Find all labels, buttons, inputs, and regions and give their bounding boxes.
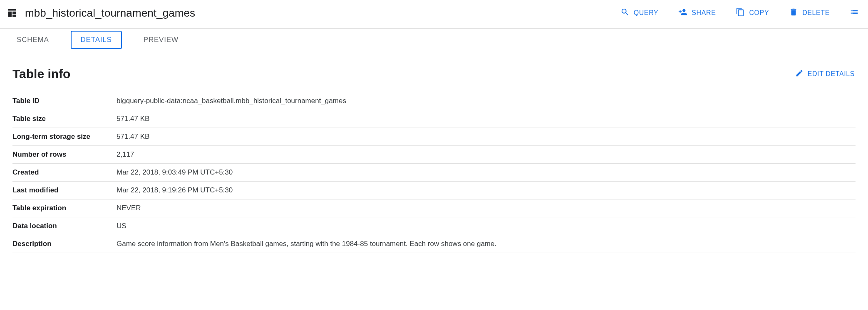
- copy-icon: [736, 7, 745, 18]
- table-row: Last modifiedMar 22, 2018, 9:19:26 PM UT…: [12, 182, 856, 199]
- section-header: Table info EDIT DETAILS: [12, 67, 856, 81]
- info-key: Table size: [12, 110, 117, 128]
- table-icon: [7, 7, 17, 18]
- info-value: 571.47 KB: [117, 110, 856, 128]
- trash-icon: [789, 7, 798, 18]
- info-key: Long-term storage size: [12, 128, 117, 146]
- info-table: Table IDbigquery-public-data:ncaa_basket…: [12, 92, 856, 253]
- tab-details[interactable]: DETAILS: [71, 31, 122, 49]
- more-button[interactable]: [849, 5, 860, 21]
- table-row: Table size571.47 KB: [12, 110, 856, 128]
- info-value: Game score information from Men's Basket…: [117, 235, 856, 253]
- edit-details-label: EDIT DETAILS: [808, 70, 855, 78]
- tab-schema[interactable]: SCHEMA: [10, 30, 56, 50]
- header-left: mbb_historical_tournament_games: [7, 7, 620, 20]
- header-bar: mbb_historical_tournament_games QUERY SH…: [0, 0, 868, 29]
- table-row: DescriptionGame score information from M…: [12, 235, 856, 253]
- person-add-icon: [678, 7, 687, 18]
- copy-button[interactable]: COPY: [735, 5, 770, 21]
- section-title: Table info: [12, 67, 70, 81]
- tab-preview[interactable]: PREVIEW: [137, 30, 185, 50]
- search-icon: [620, 7, 630, 18]
- edit-details-button[interactable]: EDIT DETAILS: [794, 67, 856, 81]
- query-label: QUERY: [634, 9, 659, 17]
- info-value: US: [117, 217, 856, 235]
- delete-label: DELETE: [802, 9, 830, 17]
- table-row: Table IDbigquery-public-data:ncaa_basket…: [12, 92, 856, 110]
- info-key: Created: [12, 164, 117, 182]
- table-title: mbb_historical_tournament_games: [25, 7, 195, 20]
- table-row: Data locationUS: [12, 217, 856, 235]
- share-button[interactable]: SHARE: [677, 5, 717, 21]
- info-key: Description: [12, 235, 117, 253]
- query-button[interactable]: QUERY: [620, 5, 660, 21]
- table-row: Long-term storage size571.47 KB: [12, 128, 856, 146]
- info-key: Table ID: [12, 92, 117, 110]
- info-key: Table expiration: [12, 199, 117, 217]
- delete-button[interactable]: DELETE: [788, 5, 831, 21]
- info-value: 2,117: [117, 146, 856, 164]
- info-key: Last modified: [12, 182, 117, 199]
- table-row: Number of rows2,117: [12, 146, 856, 164]
- info-value: Mar 22, 2018, 9:19:26 PM UTC+5:30: [117, 182, 856, 199]
- info-value: 571.47 KB: [117, 128, 856, 146]
- table-row: CreatedMar 22, 2018, 9:03:49 PM UTC+5:30: [12, 164, 856, 182]
- info-value: bigquery-public-data:ncaa_basketball.mbb…: [117, 92, 856, 110]
- info-value: Mar 22, 2018, 9:03:49 PM UTC+5:30: [117, 164, 856, 182]
- share-label: SHARE: [692, 9, 716, 17]
- header-actions: QUERY SHARE COPY DELETE: [620, 5, 860, 21]
- pencil-icon: [795, 69, 804, 79]
- table-row: Table expirationNEVER: [12, 199, 856, 217]
- info-key: Number of rows: [12, 146, 117, 164]
- tab-bar: SCHEMA DETAILS PREVIEW: [0, 29, 868, 51]
- copy-label: COPY: [749, 9, 769, 17]
- list-icon: [850, 7, 859, 18]
- info-value: NEVER: [117, 199, 856, 217]
- info-key: Data location: [12, 217, 117, 235]
- content-area: Table info EDIT DETAILS Table IDbigquery…: [0, 51, 868, 261]
